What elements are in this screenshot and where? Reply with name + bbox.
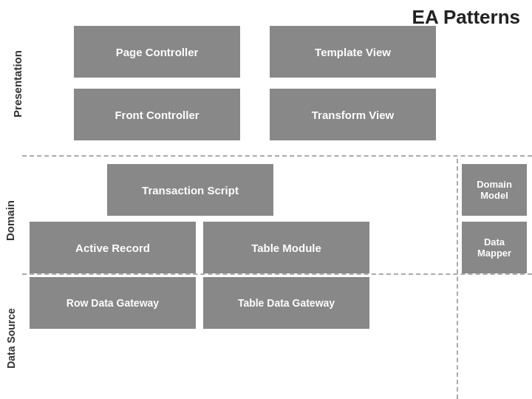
transform-view-box: Transform View (270, 89, 436, 140)
divider-right-vertical (457, 159, 458, 399)
domain-label: Domain (4, 200, 16, 241)
divider-domain-datasource (22, 273, 532, 275)
active-record-box: Active Record (30, 222, 196, 273)
template-view-box: Template View (270, 26, 436, 78)
presentation-label: Presentation (11, 50, 24, 117)
table-module-box: Table Module (203, 222, 369, 273)
page-controller-box: Page Controller (74, 26, 240, 78)
row-data-gateway-box: Row Data Gateway (30, 277, 196, 329)
front-controller-box: Front Controller (74, 89, 240, 140)
datasource-label: Data Source (5, 308, 17, 369)
data-mapper-box: Data Mapper (462, 222, 527, 273)
divider-presentation-domain (22, 155, 532, 157)
transaction-script-box: Transaction Script (107, 164, 273, 216)
domain-model-box: Domain Model (462, 164, 527, 216)
table-data-gateway-box: Table Data Gateway (203, 277, 369, 329)
